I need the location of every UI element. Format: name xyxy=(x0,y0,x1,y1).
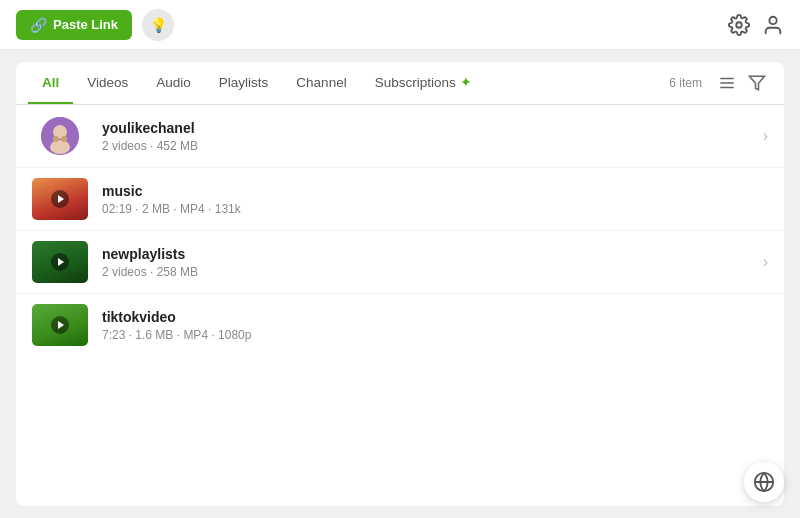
svg-point-8 xyxy=(50,140,70,154)
user-icon xyxy=(762,14,784,36)
main-area: All Videos Audio Playlists Channel Subsc… xyxy=(0,50,800,518)
settings-button[interactable] xyxy=(728,14,750,36)
filter-button[interactable] xyxy=(742,70,772,96)
thumbnail-tiktokvideo xyxy=(32,304,88,346)
item-info: youlikechanel 2 videos · 452 MB xyxy=(102,120,755,153)
thumbnail-youlikechanel xyxy=(32,115,88,157)
play-icon xyxy=(51,253,69,271)
play-icon xyxy=(51,316,69,334)
list-item[interactable]: tiktokvideo 7:23 · 1.6 MB · MP4 · 1080p xyxy=(16,294,784,356)
list-item[interactable]: music 02:19 · 2 MB · MP4 · 131k xyxy=(16,168,784,231)
topbar: 🔗 Paste Link 💡 xyxy=(0,0,800,50)
lightbulb-button[interactable]: 💡 xyxy=(142,9,174,41)
search-list-icon xyxy=(718,74,736,92)
item-info: newplaylists 2 videos · 258 MB xyxy=(102,246,755,279)
link-icon: 🔗 xyxy=(30,17,47,33)
item-title: tiktokvideo xyxy=(102,309,768,325)
chevron-right-icon: › xyxy=(763,127,768,145)
tab-channel[interactable]: Channel xyxy=(282,63,360,104)
settings-icon xyxy=(728,14,750,36)
avatar-circle xyxy=(41,117,79,155)
subscriptions-label: Subscriptions xyxy=(375,75,456,90)
filter-icon xyxy=(748,74,766,92)
avatar-face-icon xyxy=(41,117,79,155)
item-title: music xyxy=(102,183,768,199)
play-icon xyxy=(51,190,69,208)
svg-point-9 xyxy=(53,136,59,142)
tab-playlists[interactable]: Playlists xyxy=(205,63,283,104)
svg-point-0 xyxy=(736,22,742,28)
item-title: youlikechanel xyxy=(102,120,755,136)
item-meta: 2 videos · 258 MB xyxy=(102,265,755,279)
svg-point-10 xyxy=(61,136,67,142)
paste-link-button[interactable]: 🔗 Paste Link xyxy=(16,10,132,40)
item-title: newplaylists xyxy=(102,246,755,262)
paste-link-label: Paste Link xyxy=(53,17,118,32)
item-meta: 02:19 · 2 MB · MP4 · 131k xyxy=(102,202,768,216)
search-list-button[interactable] xyxy=(712,70,742,96)
svg-point-1 xyxy=(769,16,776,23)
item-meta: 7:23 · 1.6 MB · MP4 · 1080p xyxy=(102,328,768,342)
list-item[interactable]: newplaylists 2 videos · 258 MB › xyxy=(16,231,784,294)
lightbulb-icon: 💡 xyxy=(150,17,167,33)
globe-button[interactable] xyxy=(744,462,784,502)
tab-subscriptions[interactable]: Subscriptions ✦ xyxy=(361,62,486,104)
subscriptions-plus-icon: ✦ xyxy=(460,74,472,90)
chevron-right-icon: › xyxy=(763,253,768,271)
list-item[interactable]: youlikechanel 2 videos · 452 MB › xyxy=(16,105,784,168)
tab-audio[interactable]: Audio xyxy=(142,63,205,104)
tabbar: All Videos Audio Playlists Channel Subsc… xyxy=(16,62,784,105)
bottom-right-area xyxy=(744,462,784,502)
item-meta: 2 videos · 452 MB xyxy=(102,139,755,153)
thumbnail-newplaylists xyxy=(32,241,88,283)
item-info: music 02:19 · 2 MB · MP4 · 131k xyxy=(102,183,768,216)
item-count: 6 item xyxy=(669,76,702,90)
item-info: tiktokvideo 7:23 · 1.6 MB · MP4 · 1080p xyxy=(102,309,768,342)
thumbnail-music xyxy=(32,178,88,220)
globe-icon xyxy=(753,471,775,493)
user-button[interactable] xyxy=(762,14,784,36)
svg-marker-5 xyxy=(750,76,765,90)
tab-videos[interactable]: Videos xyxy=(73,63,142,104)
tab-all[interactable]: All xyxy=(28,63,73,104)
content-list: youlikechanel 2 videos · 452 MB › music … xyxy=(16,105,784,506)
topbar-icons xyxy=(728,14,784,36)
